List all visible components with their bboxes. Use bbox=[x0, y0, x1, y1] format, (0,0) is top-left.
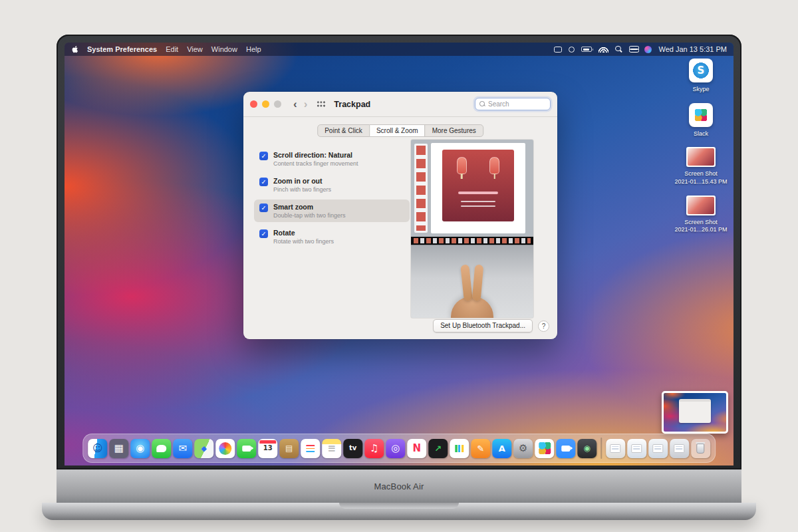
show-all-preferences-icon[interactable] bbox=[317, 100, 326, 108]
dock-mail-icon[interactable]: ✉ bbox=[173, 439, 192, 458]
dock-facetime-icon[interactable] bbox=[237, 439, 256, 458]
window-title: Trackpad bbox=[334, 100, 370, 109]
search-input[interactable] bbox=[488, 100, 546, 108]
laptop-bezel: System Preferences EditViewWindowHelp We… bbox=[57, 35, 741, 469]
close-button[interactable] bbox=[250, 100, 257, 108]
setting-row-scroll-direction-natural[interactable]: Scroll direction: NaturalContent tracks … bbox=[254, 148, 410, 170]
control-center-icon[interactable] bbox=[629, 46, 638, 53]
dock-documents-stack-icon[interactable] bbox=[670, 439, 689, 458]
dock-finder-icon[interactable]: ☺ bbox=[88, 439, 107, 458]
laptop-base bbox=[42, 503, 756, 520]
setting-description: Double-tap with two fingers bbox=[273, 212, 346, 219]
apple-menu[interactable] bbox=[71, 45, 78, 54]
setting-row-zoom-in-or-out[interactable]: Zoom in or outPinch with two fingers bbox=[254, 174, 410, 196]
desktop-icon-skype[interactable]: SSkype bbox=[672, 59, 730, 94]
desktop-icons: SSkypeSlackScreen Shot 2021-01...15.43 P… bbox=[672, 59, 730, 234]
dock-podcasts-icon[interactable]: ◎ bbox=[386, 439, 405, 458]
apple-logo-icon bbox=[71, 45, 78, 54]
setting-description: Pinch with two fingers bbox=[273, 186, 331, 193]
desktop-icon-screenshot-2[interactable]: Screen Shot 2021-01...26.01 PM bbox=[672, 196, 730, 234]
laptop-chin: MacBook Air bbox=[57, 469, 741, 503]
dock-news-icon[interactable]: N bbox=[407, 439, 426, 458]
search-field[interactable] bbox=[475, 98, 551, 110]
dock-apple-tv-icon[interactable]: tv bbox=[343, 439, 362, 458]
slack-icon[interactable] bbox=[689, 103, 713, 127]
menu-bar: System Preferences EditViewWindowHelp We… bbox=[65, 43, 733, 56]
window-titlebar[interactable]: Trackpad bbox=[243, 92, 557, 117]
dock-photos-icon[interactable] bbox=[215, 439, 235, 458]
desktop-icon-screenshot-1[interactable]: Screen Shot 2021-01...15.43 PM bbox=[672, 147, 730, 186]
dock-numbers-icon[interactable] bbox=[450, 439, 469, 458]
dock-reminders-icon[interactable] bbox=[301, 439, 320, 458]
dock-slack-icon[interactable] bbox=[535, 439, 554, 458]
dock-zoom-icon[interactable] bbox=[556, 439, 575, 458]
skype-icon[interactable]: S bbox=[689, 59, 713, 82]
desktop: System Preferences EditViewWindowHelp We… bbox=[65, 43, 733, 466]
back-button[interactable] bbox=[293, 98, 297, 110]
setting-row-smart-zoom[interactable]: Smart zoomDouble-tap with two fingers bbox=[254, 200, 410, 222]
desktop-icon-label: Screen Shot 2021-01...15.43 PM bbox=[674, 170, 727, 186]
desktop-icon-label: Slack bbox=[694, 130, 708, 138]
setting-row-rotate[interactable]: RotateRotate with two fingers bbox=[254, 225, 410, 248]
tab-bar: Point & ClickScroll & ZoomMore Gestures bbox=[317, 124, 483, 137]
settings-list: Scroll direction: NaturalContent tracks … bbox=[254, 148, 410, 251]
checkbox-zoom-in-or-out[interactable] bbox=[259, 178, 268, 186]
demo-screen bbox=[411, 140, 533, 237]
zoom-button[interactable] bbox=[274, 100, 281, 108]
menu-window[interactable]: Window bbox=[211, 45, 237, 53]
checkbox-smart-zoom[interactable] bbox=[259, 203, 268, 212]
dock-maps-icon[interactable]: ◆ bbox=[194, 439, 213, 458]
minimize-button[interactable] bbox=[262, 100, 269, 108]
dock-notes-icon[interactable]: ≡ bbox=[322, 439, 341, 458]
screenshot-preview-thumbnail[interactable] bbox=[662, 391, 728, 434]
menu-edit[interactable]: Edit bbox=[166, 45, 178, 53]
dock-app-store-icon[interactable]: A bbox=[492, 439, 511, 458]
tab-scroll-zoom[interactable]: Scroll & Zoom bbox=[369, 124, 426, 137]
dock-minimized-window-2-icon[interactable] bbox=[627, 439, 646, 458]
dock: ☺▦◉✉◆13▤≡tv♫◎N↗✎A⚙◉ bbox=[82, 434, 716, 463]
device-label: MacBook Air bbox=[374, 481, 424, 491]
dock-system-preferences-icon[interactable]: ⚙ bbox=[513, 439, 533, 458]
setting-description: Content tracks finger movement bbox=[273, 160, 358, 167]
dock-calendar-icon[interactable]: 13 bbox=[258, 439, 277, 458]
dock-stocks-icon[interactable]: ↗ bbox=[428, 439, 448, 458]
dock-camera-icon[interactable]: ◉ bbox=[577, 439, 597, 458]
demo-recipe-card bbox=[442, 150, 514, 222]
setting-label: Scroll direction: Natural bbox=[273, 151, 358, 159]
screenshot-1-icon[interactable] bbox=[686, 147, 716, 167]
dock-pages-icon[interactable]: ✎ bbox=[471, 439, 490, 458]
dock-launchpad-icon[interactable]: ▦ bbox=[109, 439, 128, 458]
do-not-disturb-icon[interactable] bbox=[569, 47, 575, 53]
battery-icon[interactable] bbox=[581, 47, 592, 52]
checkbox-scroll-direction-natural[interactable] bbox=[259, 152, 268, 160]
menu-app-name[interactable]: System Preferences bbox=[87, 45, 157, 53]
help-button[interactable]: ? bbox=[538, 321, 549, 332]
dock-contacts-icon[interactable]: ▤ bbox=[279, 439, 299, 458]
menu-help[interactable]: Help bbox=[246, 45, 261, 53]
display-icon[interactable] bbox=[554, 47, 562, 53]
tab-more-gestures[interactable]: More Gestures bbox=[425, 124, 483, 137]
dock-messages-icon[interactable] bbox=[152, 439, 171, 458]
menu-view[interactable]: View bbox=[187, 45, 203, 53]
thumbnail-window bbox=[679, 399, 712, 423]
demo-document bbox=[431, 143, 525, 233]
checkbox-rotate[interactable] bbox=[259, 229, 268, 238]
forward-button[interactable] bbox=[304, 98, 308, 110]
dock-minimized-window-1-icon[interactable] bbox=[606, 439, 625, 458]
demo-trackpad bbox=[411, 245, 533, 318]
setup-bluetooth-trackpad-button[interactable]: Set Up Bluetooth Trackpad... bbox=[433, 319, 533, 332]
tab-point-click[interactable]: Point & Click bbox=[317, 124, 370, 137]
desktop-icon-label: Screen Shot 2021-01...26.01 PM bbox=[674, 219, 727, 234]
menu-bar-menus: EditViewWindowHelp bbox=[166, 45, 261, 53]
spotlight-icon[interactable] bbox=[615, 46, 622, 53]
dock-safari-icon[interactable]: ◉ bbox=[130, 439, 150, 458]
wifi-icon[interactable] bbox=[598, 46, 608, 53]
dock-minimized-window-3-icon[interactable] bbox=[648, 439, 668, 458]
trackpad-preferences-window: Trackpad Point & ClickScroll & ZoomMore … bbox=[243, 92, 557, 339]
dock-music-icon[interactable]: ♫ bbox=[364, 439, 384, 458]
siri-icon[interactable] bbox=[644, 46, 652, 53]
screenshot-2-icon[interactable] bbox=[686, 196, 716, 215]
desktop-icon-slack[interactable]: Slack bbox=[672, 103, 730, 138]
dock-trash-icon[interactable] bbox=[691, 439, 710, 458]
menu-bar-clock[interactable]: Wed Jan 13 5:31 PM bbox=[658, 45, 727, 53]
